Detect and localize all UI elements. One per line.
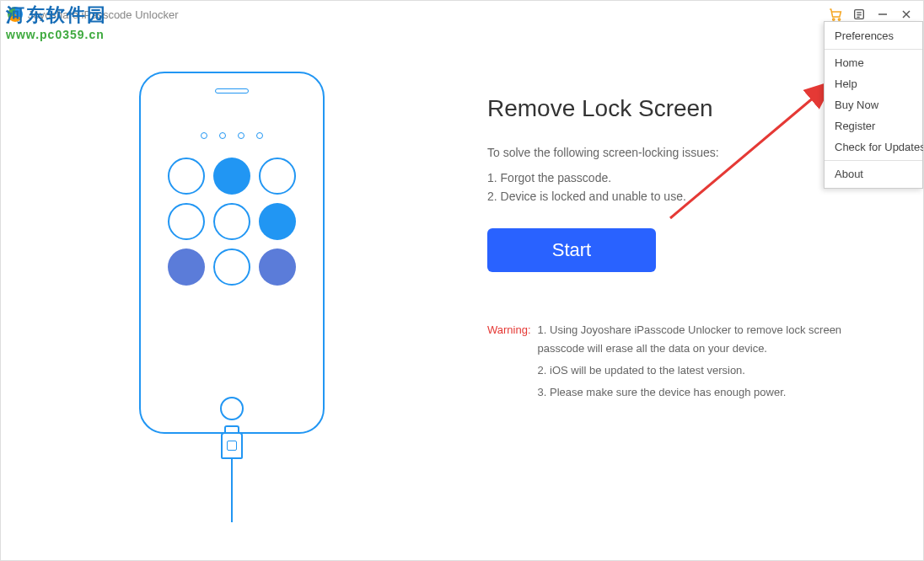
page-heading: Remove Lock Screen	[487, 95, 873, 122]
menu-item-home[interactable]: Home	[825, 52, 922, 73]
menu-item-check-updates[interactable]: Check for Updates	[825, 136, 922, 158]
menu-divider	[825, 49, 922, 50]
warning-item: 1. Using Joyoshare iPasscode Unlocker to…	[538, 321, 873, 358]
menu-item-preferences[interactable]: Preferences	[825, 25, 922, 46]
svg-point-1	[838, 19, 840, 20]
menu-item-buy-now[interactable]: Buy Now	[825, 94, 922, 115]
phone-illustration	[139, 72, 325, 434]
cable-illustration	[219, 432, 244, 525]
warning-item: 3. Please make sure the device has enoug…	[538, 383, 873, 402]
app-logo-icon	[8, 7, 23, 22]
menu-item-about[interactable]: About	[825, 163, 922, 184]
titlebar: Joyoshare iPasscode Unlocker	[1, 1, 923, 28]
issue-item: 1. Forgot the passcode.	[487, 171, 873, 184]
illustration-pane	[1, 28, 462, 560]
warning-block: Warning: 1. Using Joyoshare iPasscode Un…	[487, 321, 873, 405]
subtext: To solve the following screen-locking is…	[487, 146, 873, 159]
menu-divider	[825, 160, 922, 161]
app-title: Joyoshare iPasscode Unlocker	[28, 8, 825, 21]
issue-item: 2. Device is locked and unable to use.	[487, 190, 873, 203]
menu-item-help[interactable]: Help	[825, 73, 922, 94]
start-button[interactable]: Start	[487, 228, 656, 272]
warning-item: 2. iOS will be updated to the latest ver…	[538, 361, 873, 380]
svg-point-0	[833, 19, 835, 20]
menu-item-register[interactable]: Register	[825, 115, 922, 136]
issue-list: 1. Forgot the passcode. 2. Device is loc…	[487, 171, 873, 203]
menu-dropdown: Preferences Home Help Buy Now Register C…	[824, 21, 923, 189]
warning-label: Warning:	[487, 321, 531, 405]
